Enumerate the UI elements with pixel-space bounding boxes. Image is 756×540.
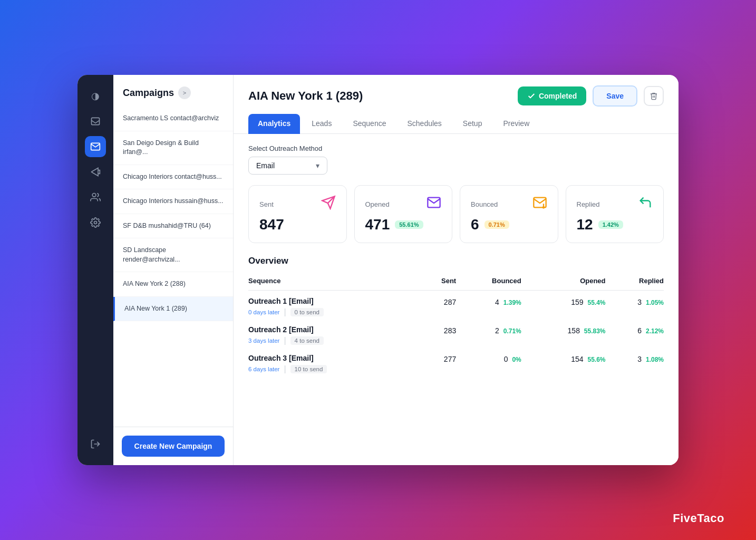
- brand-name: FiveTaco: [673, 512, 724, 525]
- bounced-badge: 0.71%: [484, 220, 509, 229]
- opened-cell-3: 154 55.6%: [521, 348, 606, 376]
- overview-table: Sequence Sent Bounced Opened Replied Out…: [248, 274, 664, 376]
- stat-card-replied: Replied 12 1.42%: [566, 185, 664, 243]
- campaigns-footer: Create New Campaign: [113, 427, 233, 465]
- create-campaign-button[interactable]: Create New Campaign: [122, 436, 225, 457]
- overview-title: Overview: [248, 256, 664, 266]
- col-opened: Opened: [521, 274, 606, 291]
- campaigns-panel: Campaigns > Sacramento LS contact@archvi…: [113, 75, 234, 465]
- svg-point-1: [92, 194, 96, 197]
- stat-card-bounced: Bounced 6 0.71%: [460, 185, 558, 243]
- campaign-item-2[interactable]: San Deigo Design & Build irfan@...: [113, 131, 233, 165]
- stat-header-replied: Replied: [577, 195, 653, 213]
- bounced-cell-1: 4 1.39%: [456, 291, 521, 320]
- opened-pct-3: 55.6%: [588, 356, 606, 363]
- campaign-item-6[interactable]: SD Landscape render@archvizal...: [113, 238, 233, 272]
- sidebar-icon-campaigns[interactable]: [85, 136, 106, 157]
- col-sequence: Sequence: [248, 274, 423, 291]
- tab-preview[interactable]: Preview: [493, 114, 539, 134]
- sidebar-icon-megaphone[interactable]: [85, 161, 106, 182]
- opened-pct-2: 55.83%: [584, 327, 606, 335]
- sidebar-icon-logout[interactable]: [85, 433, 106, 455]
- opened-cell-1: 159 55.4%: [521, 291, 606, 320]
- replied-icon: [638, 195, 653, 213]
- svg-point-7: [542, 207, 544, 208]
- stats-row: Sent 847 Opened: [248, 185, 664, 243]
- tabs-row: Analytics Leads Sequence Schedules Setup…: [234, 107, 679, 134]
- stat-value-opened: 471: [365, 216, 390, 233]
- bounced-pct-1: 1.39%: [503, 299, 521, 306]
- stat-label-sent: Sent: [259, 200, 274, 208]
- sidebar-icon-settings[interactable]: [85, 212, 106, 233]
- campaigns-header: Campaigns >: [113, 75, 233, 107]
- seq-meta-1: 0 days later | 0 to send: [248, 307, 423, 317]
- sidebar-icon-inbox[interactable]: [85, 111, 106, 132]
- tab-analytics[interactable]: Analytics: [248, 114, 300, 134]
- stat-header-opened: Opened: [365, 195, 442, 213]
- stat-value-row-replied: 12 1.42%: [577, 216, 653, 233]
- stat-value-row-opened: 471 55.61%: [365, 216, 442, 233]
- opened-pct-1: 55.4%: [588, 299, 606, 306]
- stat-value-replied: 12: [577, 216, 593, 233]
- stat-value-sent: 847: [259, 216, 284, 233]
- seq-cell-1: Outreach 1 [Email] 0 days later | 0 to s…: [248, 291, 423, 320]
- app-window: ◑: [77, 75, 679, 465]
- tab-sequence[interactable]: Sequence: [343, 114, 395, 134]
- sidebar-icon-halfcircle[interactable]: ◑: [85, 85, 106, 107]
- trash-icon: [650, 92, 658, 100]
- tab-setup[interactable]: Setup: [453, 114, 492, 134]
- seq-days-1: 0 days later: [248, 309, 279, 315]
- delete-button[interactable]: [644, 86, 664, 106]
- save-button[interactable]: Save: [593, 85, 637, 107]
- replied-pct-2: 2.12%: [646, 327, 664, 335]
- outreach-select[interactable]: Email ▾: [248, 157, 327, 175]
- overview-section: Overview Sequence Sent Bounced Opened Re…: [248, 256, 664, 376]
- seq-name-1: Outreach 1 [Email]: [248, 297, 423, 305]
- table-row: Outreach 2 [Email] 3 days later | 4 to s…: [248, 319, 664, 348]
- stat-header-sent: Sent: [259, 195, 336, 213]
- sent-cell-3: 277: [423, 348, 457, 376]
- header-actions: Completed Save: [518, 85, 664, 107]
- stat-value-row-bounced: 6 0.71%: [471, 216, 547, 233]
- replied-cell-3: 3 1.08%: [606, 348, 664, 376]
- seq-send-1: 0 to send: [290, 308, 324, 316]
- bounced-pct-3: 0%: [512, 356, 521, 363]
- check-icon: [527, 92, 536, 100]
- seq-meta-2: 3 days later | 4 to send: [248, 336, 423, 345]
- bounced-cell-3: 0 0%: [456, 348, 521, 376]
- tab-schedules[interactable]: Schedules: [398, 114, 451, 134]
- main-header: AIA New York 1 (289) Completed Save: [234, 75, 679, 107]
- seq-days-2: 3 days later: [248, 338, 279, 344]
- replied-pct-3: 1.08%: [646, 356, 664, 363]
- seq-name-2: Outreach 2 [Email]: [248, 325, 423, 334]
- campaign-item-1[interactable]: Sacramento LS contact@archviz: [113, 107, 233, 131]
- table-row: Outreach 1 [Email] 0 days later | 0 to s…: [248, 291, 664, 320]
- seq-send-3: 10 to send: [290, 365, 327, 373]
- col-sent: Sent: [423, 274, 457, 291]
- completed-button[interactable]: Completed: [518, 86, 586, 105]
- sidebar-icon-people[interactable]: [85, 187, 106, 208]
- replied-badge: 1.42%: [598, 220, 623, 229]
- stat-value-bounced: 6: [471, 216, 479, 233]
- opened-cell-2: 158 55.83%: [521, 319, 606, 348]
- sent-icon: [321, 195, 336, 213]
- bounced-cell-2: 2 0.71%: [456, 319, 521, 348]
- seq-days-3: 6 days later: [248, 366, 279, 372]
- outreach-value: Email: [256, 161, 275, 170]
- opened-icon: [427, 195, 441, 213]
- campaign-item-3[interactable]: Chicago Interiors contact@huss...: [113, 165, 233, 190]
- campaign-name-title: AIA New York 1 (289): [248, 89, 363, 103]
- seq-send-2: 4 to send: [290, 336, 324, 345]
- campaign-item-5[interactable]: SF D&B mushahid@TRU (64): [113, 214, 233, 239]
- col-replied: Replied: [606, 274, 664, 291]
- campaign-item-8[interactable]: AIA New York 1 (289): [113, 297, 233, 322]
- bounced-pct-2: 0.71%: [503, 327, 521, 335]
- tab-leads[interactable]: Leads: [302, 114, 341, 134]
- stat-label-opened: Opened: [365, 200, 390, 208]
- table-row: Outreach 3 [Email] 6 days later | 10 to …: [248, 348, 664, 376]
- campaign-item-4[interactable]: Chicago Interiors hussain@huss...: [113, 189, 233, 214]
- expand-button[interactable]: >: [178, 86, 191, 99]
- stat-card-opened: Opened 471 55.61%: [354, 185, 453, 243]
- campaign-item-7[interactable]: AIA New York 2 (288): [113, 272, 233, 297]
- col-bounced: Bounced: [456, 274, 521, 291]
